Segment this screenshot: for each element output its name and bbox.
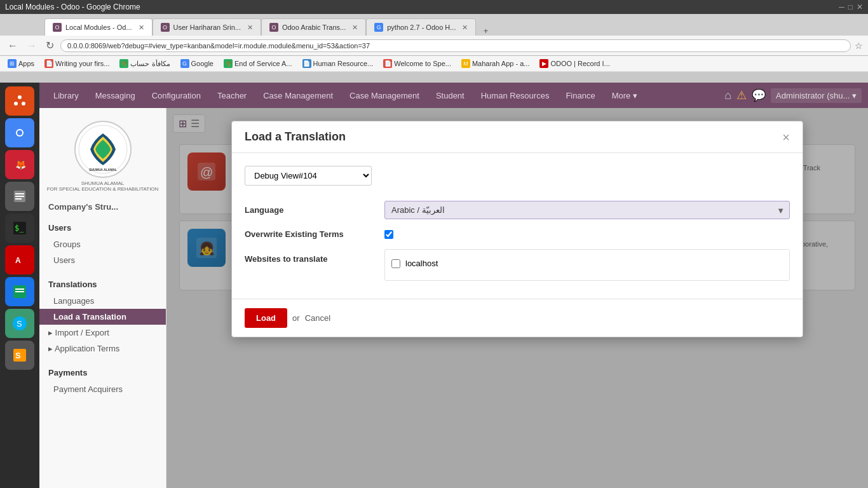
tab-close-1[interactable]: ✕ (247, 24, 253, 32)
nav-messaging[interactable]: Messaging (88, 86, 143, 105)
sidebar-section-payments: Payments Payment Acquirers (39, 360, 166, 401)
tab-arabic[interactable]: O Odoo Arabic Trans... ✕ (261, 18, 366, 36)
nav-finance[interactable]: Finance (558, 86, 602, 105)
svg-rect-19 (15, 291, 24, 292)
bookmark-label-hr: Human Resource... (313, 60, 374, 67)
nav-configuration[interactable]: Configuration (144, 86, 208, 105)
bookmark-icon-google: G (180, 59, 189, 68)
bookmark-label-eos: End of Service A... (234, 60, 292, 67)
nav-student[interactable]: Student (428, 86, 472, 105)
sidebar-heading-translations[interactable]: Translations (39, 276, 166, 293)
nav-library[interactable]: Library (46, 86, 86, 105)
bookmark-apps[interactable]: ⊞ Apps (5, 58, 37, 69)
bookmark-icon-eos: 🌴 (224, 59, 233, 68)
dock-icon-chrome[interactable] (5, 118, 34, 147)
left-dock: 🦊 $_ A S S (0, 83, 39, 488)
sidebar-heading-users[interactable]: Users (39, 219, 166, 236)
dock-icon-ubuntu[interactable] (5, 86, 34, 116)
websites-field: localhost (384, 249, 790, 281)
minimize-btn[interactable]: ─ (839, 3, 844, 11)
svg-rect-12 (15, 198, 22, 200)
odoo-main: ⊞ ☰ @ Leads, Opportunities, Phone Calls … (166, 108, 868, 488)
overwrite-checkbox[interactable] (384, 230, 393, 239)
debug-view-row: Debug View#104 (245, 166, 790, 186)
dock-icon-files[interactable] (5, 182, 34, 211)
nav-warning-icon[interactable]: ⚠ (736, 88, 747, 102)
overwrite-row: Overwrite Existing Terms (245, 224, 790, 244)
sidebar-item-users[interactable]: Users (39, 252, 166, 268)
bookmark-label-odoo-record: ODOO | Record I... (550, 60, 609, 67)
debug-view-select[interactable]: Debug View#104 (245, 166, 372, 186)
bookmark-odoo-record[interactable]: ▶ ODOO | Record I... (537, 58, 612, 69)
tab-user[interactable]: O User Hariharan Srin... ✕ (153, 18, 261, 36)
nav-chat-icon[interactable]: 💬 (752, 88, 766, 102)
sidebar-logo: SHUMUA ALAMAL SHUMUA ALAMALFOR SPECIAL E… (39, 114, 166, 198)
svg-text:$_: $_ (15, 224, 24, 233)
nav-case-mgmt-1[interactable]: Case Management (255, 86, 341, 105)
modal-close-button[interactable]: × (782, 131, 790, 144)
dock-icon-acrobat[interactable]: A (5, 245, 34, 274)
tab-label-3: python 2.7 - Odoo H... (387, 24, 456, 31)
bookmark-icon-hr: 📄 (302, 59, 311, 68)
tab-favicon-1: O (161, 23, 170, 32)
address-bar: ← → ↻ ☆ (0, 36, 868, 56)
sidebar-heading-payments[interactable]: Payments (39, 364, 166, 381)
nav-home-icon[interactable]: ⌂ (724, 89, 731, 102)
bookmark-label-apps: Apps (18, 60, 34, 67)
bookmark-mukafa[interactable]: 🌴 مكافأة حساب (117, 58, 172, 69)
bookmark-google[interactable]: G Google (178, 58, 216, 69)
website-label-localhost: localhost (405, 259, 438, 268)
svg-text:🦊: 🦊 (15, 159, 27, 170)
tab-label-1: User Hariharan Srin... (173, 24, 241, 31)
browser-tab-bar: O Local Modules - Od... ✕ O User Harihar… (0, 14, 868, 36)
bookmark-eos[interactable]: 🌴 End of Service A... (221, 58, 295, 69)
language-select[interactable]: Arabic / العربيّة (384, 201, 790, 219)
bookmark-maharah[interactable]: M Maharah App - a... (459, 58, 532, 69)
dock-icon-firefox[interactable]: 🦊 (5, 150, 34, 179)
sidebar-company-structure[interactable]: Company's Stru... (39, 198, 166, 215)
dock-icon-skype[interactable]: S (5, 309, 34, 338)
tab-close-2[interactable]: ✕ (352, 24, 358, 32)
svg-point-1 (18, 95, 22, 99)
websites-label: Websites to translate (245, 249, 384, 264)
bookmark-icon-writing: 📄 (44, 59, 53, 68)
close-window-btn[interactable]: ✕ (857, 3, 863, 11)
dock-icon-terminal[interactable]: $_ (5, 214, 34, 243)
new-tab-button[interactable]: + (476, 26, 495, 36)
sidebar-item-payment-acquirers[interactable]: Payment Acquirers (39, 381, 166, 397)
bookmark-label-mukafa: مكافأة حساب (130, 60, 170, 68)
bookmark-writing[interactable]: 📄 Writing your firs... (42, 58, 112, 69)
nav-teacher[interactable]: Teacher (210, 86, 254, 105)
reload-button[interactable]: ↻ (43, 38, 57, 53)
sidebar-item-load-translation[interactable]: Load a Translation (39, 309, 166, 325)
sidebar-item-groups[interactable]: Groups (39, 236, 166, 252)
tab-local-modules[interactable]: O Local Modules - Od... ✕ (44, 18, 153, 36)
forward-button[interactable]: → (24, 39, 39, 53)
back-button[interactable]: ← (5, 39, 20, 53)
address-input[interactable] (60, 39, 851, 52)
maximize-btn[interactable]: □ (848, 3, 853, 11)
tab-close-0[interactable]: ✕ (139, 24, 144, 32)
language-label: Language (245, 205, 384, 215)
website-checkbox-localhost[interactable] (391, 259, 400, 268)
dock-icon-sublime[interactable]: S (5, 341, 34, 370)
nav-more[interactable]: More ▾ (604, 86, 645, 105)
bookmark-hr[interactable]: 📄 Human Resource... (300, 58, 376, 69)
tab-close-3[interactable]: ✕ (462, 24, 468, 32)
nav-user-menu[interactable]: Administrator (shu... ▾ (771, 88, 862, 103)
nav-hr[interactable]: Human Resources (473, 86, 557, 105)
dock-icon-sheets[interactable] (5, 277, 34, 306)
bookmark-label-writing: Writing your firs... (55, 60, 109, 67)
company-logo-svg: SHUMUA ALAMAL (78, 124, 128, 175)
sidebar-item-languages[interactable]: Languages (39, 293, 166, 309)
sidebar-item-app-terms[interactable]: ▸ Application Terms (39, 341, 166, 356)
tab-python[interactable]: G python 2.7 - Odoo H... ✕ (366, 18, 476, 36)
websites-row: Websites to translate localhost (245, 244, 790, 286)
bookmark-star-icon[interactable]: ☆ (855, 41, 863, 51)
load-button[interactable]: Load (245, 308, 287, 328)
nav-case-mgmt-2[interactable]: Case Management (342, 86, 427, 105)
cancel-button[interactable]: Cancel (305, 313, 330, 323)
modal-body: Debug View#104 Language Arabic / العربيّ… (232, 153, 803, 299)
sidebar-item-import-export[interactable]: ▸ Import / Export (39, 325, 166, 341)
bookmark-welcome[interactable]: 📄 Welcome to Spe... (381, 58, 454, 69)
